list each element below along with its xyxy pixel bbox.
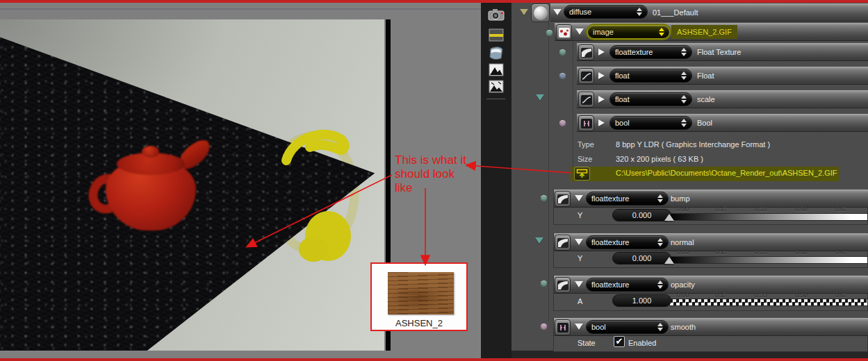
bool-node-icon[interactable] — [578, 115, 594, 131]
chrome-divider-line — [0, 8, 481, 10]
smooth-param-name: State — [578, 339, 596, 347]
bool-type-dropdown[interactable]: bool — [609, 116, 692, 130]
info-type-value: 8 bpp Y LDR ( Graphics Interchange Forma… — [616, 140, 770, 149]
info-size-key: Size — [578, 155, 592, 163]
dropdown-label: diffuse — [569, 8, 591, 16]
normal-slider-track[interactable] — [669, 256, 868, 264]
expand-arrow-scale[interactable] — [598, 96, 605, 103]
tick-label: 0.50 — [795, 292, 808, 299]
updown-arrows-icon — [681, 48, 687, 56]
image-node-icon[interactable] — [556, 24, 572, 40]
smooth-checkbox-label: Enabled — [628, 339, 656, 347]
expand-arrow-bool[interactable] — [598, 119, 605, 126]
pin-dot-image — [546, 30, 552, 36]
pin-dot-float — [559, 73, 566, 79]
diffuse-type-dropdown[interactable]: diffuse — [564, 5, 648, 19]
expand-triangle-normal[interactable] — [575, 239, 583, 245]
bump-type-dropdown[interactable]: floattexture — [586, 192, 669, 205]
viewport-toolbar — [481, 3, 511, 358]
updown-arrows-icon — [659, 28, 664, 36]
floattexture-node-icon[interactable] — [578, 44, 594, 60]
dropdown-label: floattexture — [591, 280, 629, 289]
normal-type-dropdown[interactable]: floattexture — [586, 235, 669, 249]
node-parameter-panel: diffuse 01___Default image ASHSEN_2.GIF — [511, 3, 868, 358]
image-type-dropdown[interactable]: image — [587, 25, 670, 39]
thumbnail-caption: ASHSEN_2 — [372, 318, 466, 328]
exposure-strip-icon[interactable] — [487, 28, 505, 42]
floattexture-node-icon[interactable] — [555, 235, 571, 251]
yellow-ring-shape — [0, 19, 384, 351]
opacity-pin-name: opacity — [671, 280, 695, 289]
updown-arrows-icon — [657, 323, 663, 331]
image-filename-value[interactable]: ASHSEN_2.GIF — [671, 25, 737, 39]
normal-value-field[interactable]: 0.000 — [612, 252, 671, 265]
tick-label: 0.50 — [795, 249, 808, 255]
bool-pin-name: Bool — [697, 119, 712, 127]
pin-dot-bump — [541, 195, 547, 201]
tick-label: 0.00 — [677, 292, 689, 299]
dropdown-label: floattexture — [591, 194, 629, 203]
updown-arrows-icon — [657, 280, 663, 289]
camera-icon[interactable] — [487, 7, 505, 22]
float-type-dropdown[interactable]: float — [609, 69, 692, 83]
tick-label: 0.33 — [755, 292, 767, 299]
smooth-state-checkbox[interactable] — [614, 336, 625, 347]
tick-label: 0.50 — [795, 205, 808, 212]
opacity-value-field[interactable]: 1.000 — [612, 294, 671, 307]
pin-dot-smooth — [541, 324, 547, 330]
open-file-button[interactable] — [574, 167, 590, 180]
bump-param-name: Y — [578, 211, 582, 219]
expand-triangle-image[interactable] — [575, 28, 584, 35]
floattexture-type-dropdown[interactable]: floattexture — [609, 45, 692, 59]
expand-triangle-diffuse[interactable] — [553, 9, 562, 15]
bump-slider-track[interactable] — [669, 213, 868, 221]
dropdown-label: float — [615, 72, 630, 80]
dropdown-label: float — [615, 95, 630, 103]
tick-label: 0.67 — [835, 205, 848, 212]
smooth-type-dropdown[interactable]: bool — [586, 320, 669, 334]
normal-param-name: Y — [578, 254, 582, 262]
wood-texture-image — [388, 272, 454, 314]
expand-arrow-floattexture[interactable] — [598, 49, 605, 56]
smooth-pin-name: smooth — [671, 323, 696, 331]
float-node-icon[interactable] — [578, 68, 594, 84]
material-preview-sphere-button[interactable] — [531, 3, 550, 22]
annotation-line: This is what it — [395, 153, 466, 167]
annotation-note: This is what it should look like — [395, 153, 466, 195]
render-image-icon[interactable] — [487, 79, 505, 94]
file-path-text[interactable]: C:\Users\Public\Documents\Octane_Render_… — [616, 169, 837, 177]
scale-pin-name: scale — [697, 95, 715, 103]
opacity-slider-track[interactable] — [669, 299, 868, 306]
environment-icon[interactable] — [487, 46, 505, 60]
dropdown-label: floattexture — [591, 238, 629, 246]
expand-arrow-float[interactable] — [598, 72, 605, 79]
bump-pin-name: bump — [671, 194, 690, 203]
image-icon[interactable] — [487, 62, 505, 77]
bump-slider-handle[interactable] — [664, 214, 674, 221]
expand-triangle-opacity[interactable] — [575, 281, 583, 287]
tick-label: 0.00 — [677, 205, 689, 212]
floattexture-pin-name: Float Texture — [697, 48, 741, 56]
annotation-line: like — [395, 181, 466, 195]
dropdown-label: floattexture — [615, 48, 653, 56]
updown-arrows-icon — [657, 238, 663, 246]
opacity-type-dropdown[interactable]: floattexture — [586, 278, 669, 292]
normal-slider-handle[interactable] — [664, 257, 674, 264]
top-red-bar — [0, 0, 868, 3]
bool-node-icon[interactable] — [555, 319, 571, 335]
info-type-key: Type — [578, 140, 594, 149]
float-node-icon[interactable] — [578, 92, 594, 108]
bump-value-field[interactable]: 0.000 — [612, 209, 671, 221]
pin-triangle-normal — [535, 237, 543, 244]
floattexture-node-icon[interactable] — [555, 277, 571, 293]
floattexture-node-icon[interactable] — [555, 191, 571, 207]
scale-type-dropdown[interactable]: float — [609, 92, 692, 106]
info-size-value: 320 x 200 pixels ( 63 KB ) — [616, 155, 703, 163]
expand-triangle-bump[interactable] — [575, 195, 583, 201]
expand-triangle-smooth[interactable] — [575, 324, 583, 330]
collapse-all-triangle[interactable] — [520, 9, 528, 15]
tick-label: 0.17 — [715, 292, 728, 299]
updown-arrows-icon — [637, 8, 642, 16]
tick-label: 0.33 — [755, 249, 767, 255]
tick-label: 0.17 — [715, 205, 728, 212]
